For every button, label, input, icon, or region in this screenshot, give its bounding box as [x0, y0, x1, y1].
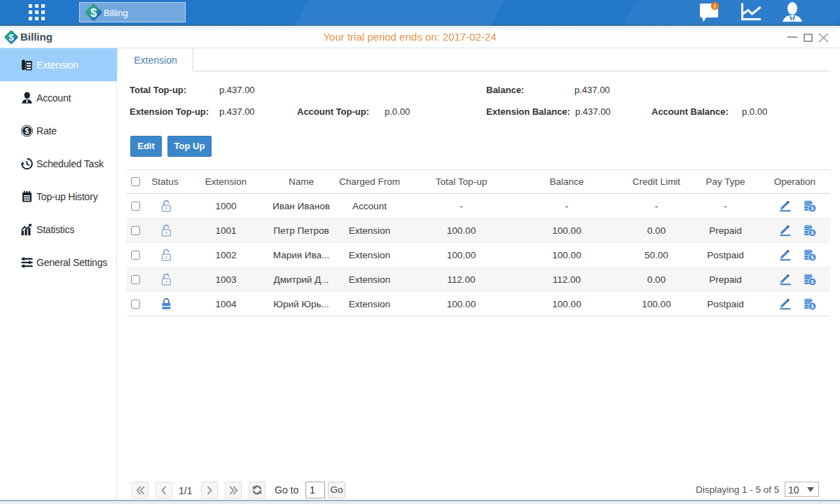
svg-text:$: $ — [811, 279, 814, 285]
svg-text:$: $ — [811, 254, 814, 260]
svg-text:$: $ — [25, 126, 29, 134]
svg-text:$: $ — [811, 230, 814, 236]
svg-text:$: $ — [811, 205, 814, 211]
svg-text:$: $ — [811, 303, 814, 309]
svg-text:!: ! — [714, 3, 716, 10]
svg-text:$: $ — [90, 6, 97, 19]
